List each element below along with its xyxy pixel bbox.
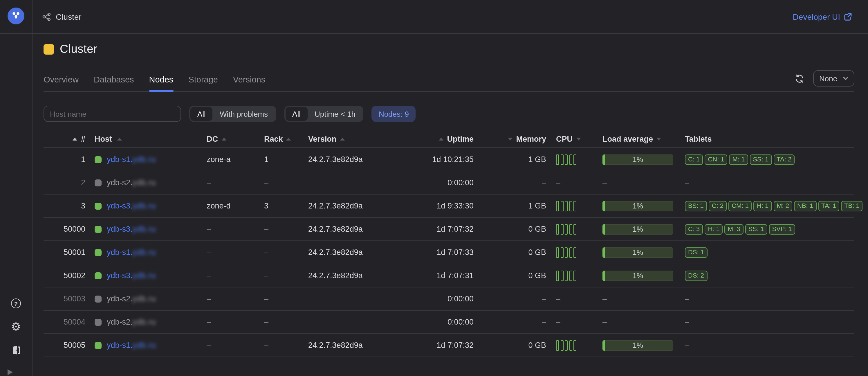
cell-tablets: DS: 2 <box>681 270 854 281</box>
host-link: ydb-s2.ydb.ru <box>107 294 156 303</box>
host-name-censored: ydb.ru <box>133 341 156 350</box>
segment-uptime-1h[interactable]: Uptime < 1h <box>308 107 363 121</box>
column-header-uptime[interactable]: Uptime <box>407 135 474 143</box>
cpu-bar-icon <box>560 247 563 258</box>
host-link[interactable]: ydb-s3.ydb.ru <box>107 271 156 280</box>
host-link[interactable]: ydb-s3.ydb.ru <box>107 202 156 210</box>
page-title-row: Cluster <box>43 42 854 56</box>
empty-value: – <box>685 318 689 326</box>
cell-node-id: 50000 <box>43 225 85 233</box>
tablet-badge[interactable]: C: 2 <box>709 201 727 211</box>
node-status-indicator <box>95 295 101 302</box>
tablet-badge[interactable]: TA: 1 <box>818 201 839 211</box>
cell-host: ydb-s2.ydb.ru <box>85 318 207 326</box>
cell-host: ydb-s1.ydb.ru <box>85 248 207 257</box>
empty-value: – <box>685 178 689 187</box>
column-label-version: Version <box>308 135 337 143</box>
tablet-badge[interactable]: TB: 1 <box>841 201 863 211</box>
tablet-badge[interactable]: SVP: 1 <box>769 224 795 234</box>
cell-host: ydb-s1.ydb.ru <box>85 155 207 164</box>
empty-value: – <box>207 341 211 350</box>
empty-value: – <box>264 178 269 187</box>
cell-load-average: – <box>582 318 681 326</box>
cell-uptime: 1d 10:21:35 <box>407 155 474 164</box>
sidebar-collapse-button[interactable] <box>7 367 16 374</box>
load-average-value: 1% <box>633 248 643 256</box>
cell-uptime: 1d 7:07:32 <box>407 225 474 233</box>
tablet-badge[interactable]: H: 1 <box>705 224 723 234</box>
refresh-button[interactable] <box>794 73 805 84</box>
host-name-censored: ydb.ru <box>133 294 156 303</box>
tablet-badge[interactable]: C: 3 <box>685 224 703 234</box>
autorefresh-select[interactable]: None <box>813 70 854 87</box>
cpu-bar-icon <box>565 247 568 258</box>
load-average-value: 1% <box>633 271 643 280</box>
cpu-bar-icon <box>565 270 568 281</box>
tablet-badge[interactable]: CN: 1 <box>705 154 727 165</box>
column-header-rack[interactable]: Rack <box>264 135 308 143</box>
segment-with-problems[interactable]: With problems <box>213 107 275 121</box>
tablet-badge[interactable]: SS: 1 <box>745 224 767 234</box>
host-link[interactable]: ydb-s1.ydb.ru <box>107 248 156 257</box>
column-header-memory[interactable]: Memory <box>474 135 546 143</box>
tab-versions[interactable]: Versions <box>233 75 265 91</box>
tablet-badge[interactable]: DS: 2 <box>685 270 707 281</box>
tab-overview[interactable]: Overview <box>43 75 79 91</box>
empty-value: – <box>264 271 269 280</box>
cell-rack: – <box>264 248 308 257</box>
empty-value: – <box>542 294 546 303</box>
host-link[interactable]: ydb-s1.ydb.ru <box>107 341 156 350</box>
tablet-badge[interactable]: DS: 1 <box>685 247 707 258</box>
empty-value: – <box>207 178 211 187</box>
column-header-num[interactable]: # <box>43 135 85 143</box>
tab-databases[interactable]: Databases <box>94 75 134 91</box>
cpu-bar-icon <box>569 201 572 211</box>
cell-uptime: 0:00:00 <box>407 178 474 187</box>
sort-asc-icon <box>439 138 443 141</box>
settings-gear-icon[interactable]: ⚙ <box>11 321 21 332</box>
segment-all[interactable]: All <box>285 107 308 121</box>
column-header-version[interactable]: Version <box>308 135 407 143</box>
tablet-badge[interactable]: NB: 1 <box>794 201 816 211</box>
tablet-badge[interactable]: M: 3 <box>725 224 744 234</box>
column-header-host[interactable]: Host <box>85 135 207 143</box>
tab-storage[interactable]: Storage <box>188 75 218 91</box>
host-name-search-input[interactable] <box>43 106 181 122</box>
tablet-badge[interactable]: M: 1 <box>729 154 748 165</box>
tablet-badge[interactable]: M: 2 <box>773 201 792 211</box>
tablet-badge[interactable]: TA: 2 <box>773 154 795 165</box>
cell-memory: 1 GB <box>474 202 546 210</box>
tablet-badge[interactable]: BS: 1 <box>685 201 707 211</box>
logout-door-icon[interactable] <box>11 345 21 355</box>
cell-dc: – <box>207 248 264 257</box>
cell-dc: – <box>207 225 264 233</box>
node-status-indicator <box>95 202 101 209</box>
host-link[interactable]: ydb-s3.ydb.ru <box>107 225 156 233</box>
breadcrumb[interactable]: Cluster <box>42 12 82 21</box>
host-name-prefix: ydb-s1. <box>107 341 133 350</box>
cell-host: ydb-s2.ydb.ru <box>85 178 207 187</box>
empty-value: – <box>207 294 211 303</box>
column-header-load-average[interactable]: Load average <box>582 135 681 143</box>
cell-uptime: 1d 9:33:30 <box>407 202 474 210</box>
column-header-tablets[interactable]: Tablets <box>681 135 854 143</box>
cell-uptime: 0:00:00 <box>407 318 474 326</box>
host-link[interactable]: ydb-s1.ydb.ru <box>107 155 156 164</box>
help-icon[interactable]: ? <box>11 298 21 309</box>
segment-all[interactable]: All <box>190 107 213 121</box>
cell-rack: 3 <box>264 202 308 210</box>
tablet-badge[interactable]: CM: 1 <box>728 201 752 211</box>
column-header-dc[interactable]: DC <box>207 135 264 143</box>
tablet-badge[interactable]: SS: 1 <box>750 154 772 165</box>
developer-ui-link[interactable]: Developer UI <box>793 12 852 21</box>
tab-nodes[interactable]: Nodes <box>149 75 174 91</box>
ydb-logo-icon[interactable] <box>7 7 24 24</box>
cell-rack: – <box>264 318 308 326</box>
load-average-bar: 1% <box>602 247 673 258</box>
tablet-badge[interactable]: H: 1 <box>754 201 772 211</box>
cpu-bar-icon <box>565 340 568 350</box>
tablet-badge[interactable]: C: 1 <box>685 154 703 165</box>
sort-asc-icon <box>221 138 226 141</box>
cell-cpu <box>546 340 582 350</box>
column-header-cpu[interactable]: CPU <box>546 135 582 143</box>
